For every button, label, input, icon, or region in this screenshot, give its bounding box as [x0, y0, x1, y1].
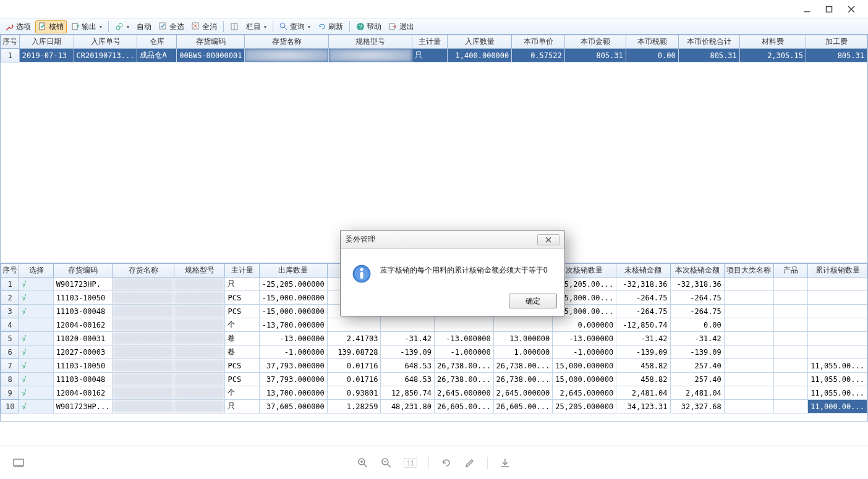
info-icon — [352, 264, 372, 284]
message-dialog: 委外管理 蓝字核销的每个用料的累计核销金额必须大于等于0 确定 — [340, 230, 565, 316]
modal-overlay: 委外管理 蓝字核销的每个用料的累计核销金额必须大于等于0 确定 — [0, 0, 868, 479]
dialog-title: 委外管理 — [346, 234, 375, 245]
dialog-titlebar[interactable]: 委外管理 — [341, 231, 564, 249]
dialog-ok-button[interactable]: 确定 — [509, 294, 557, 308]
svg-point-32 — [360, 268, 364, 271]
dialog-message: 蓝字核销的每个用料的累计核销金额必须大于等于0 — [380, 264, 548, 276]
svg-rect-33 — [360, 272, 364, 279]
dialog-close-button[interactable] — [537, 234, 560, 245]
